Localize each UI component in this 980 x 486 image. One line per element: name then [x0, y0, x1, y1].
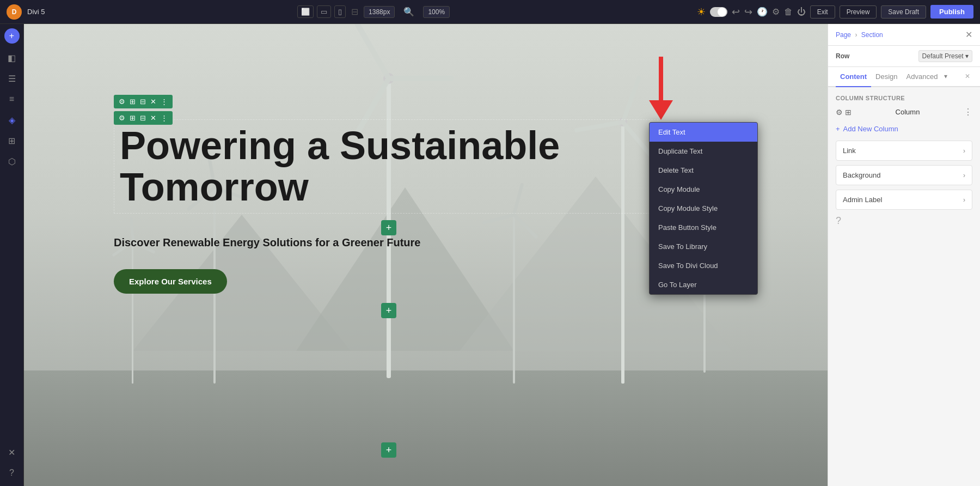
- red-arrow-indicator: [650, 57, 672, 122]
- mobile-view-button[interactable]: ▯: [334, 5, 346, 18]
- layers-icon[interactable]: ◧: [3, 49, 21, 66]
- close-panel-icon[interactable]: ✕: [965, 29, 972, 40]
- preset-dropdown[interactable]: Default Preset ▾: [918, 50, 972, 62]
- trash-icon[interactable]: 🗑: [784, 7, 793, 17]
- row-label: Row: [836, 52, 849, 60]
- device-controls: ⬜ ▭ ▯ ⊟ 1388px: [297, 5, 395, 18]
- column-row: ⚙ ⊞ Column ⋮: [836, 107, 972, 117]
- link-section-title: Link: [843, 147, 856, 155]
- svg-rect-23: [132, 242, 133, 384]
- panel-options-icon[interactable]: ✕: [963, 67, 972, 86]
- add-section-button-bottom[interactable]: +: [381, 442, 396, 458]
- admin-label-section-title: Admin Label: [843, 196, 882, 204]
- hero-subtext: Discover Renewable Energy Solutions for …: [114, 236, 421, 249]
- module-toolbar[interactable]: ⚙ ⊞ ⊟ ✕ ⋮: [114, 111, 173, 125]
- breadcrumb-page[interactable]: Page: [836, 31, 851, 39]
- settings-sidebar-icon[interactable]: ≡: [3, 90, 21, 108]
- context-copy-module-style[interactable]: Copy Module Style: [650, 199, 757, 218]
- context-go-to-layer[interactable]: Go To Layer: [650, 275, 757, 294]
- left-sidebar: + ◧ ☰ ≡ ◈ ⊞ ⬡ ✕ ?: [0, 24, 24, 486]
- add-module-button-center[interactable]: +: [381, 303, 396, 318]
- undo-icon[interactable]: ↩: [732, 6, 740, 18]
- row-toolbar[interactable]: ⚙ ⊞ ⊟ ✕ ⋮: [114, 95, 173, 108]
- zoom-display[interactable]: 100%: [423, 6, 450, 18]
- settings-icon[interactable]: ⚙: [772, 7, 780, 17]
- breadcrumb-section[interactable]: Section: [861, 31, 883, 39]
- topbar: D Divi 5 ⬜ ▭ ▯ ⊟ 1388px 🔍 100% ☀ ↩ ↪ 🕐 ⚙…: [0, 0, 980, 24]
- row-settings-icon[interactable]: ⚙: [117, 97, 127, 106]
- link-section-header[interactable]: Link ›: [836, 141, 972, 160]
- redo-icon[interactable]: ↪: [744, 6, 752, 18]
- right-panel-tabs: Content Design Advanced ▾ ✕: [828, 67, 980, 87]
- hero-cta-button[interactable]: Explore Our Services: [114, 269, 227, 294]
- tab-advanced[interactable]: Advanced: [902, 67, 942, 87]
- admin-label-section-arrow: ›: [963, 196, 965, 204]
- modules-icon[interactable]: ⊞: [3, 132, 21, 149]
- column-duplicate-icon[interactable]: ⊞: [845, 108, 852, 117]
- row-duplicate-icon[interactable]: ⊞: [128, 97, 137, 106]
- background-section-header[interactable]: Background ›: [836, 166, 972, 185]
- arrow-line: [659, 57, 663, 100]
- history-icon[interactable]: 🕐: [757, 7, 768, 17]
- right-panel-content: Column Structure ⚙ ⊞ Column ⋮ + Add New …: [828, 87, 980, 486]
- breadcrumb: Page › Section: [836, 31, 883, 39]
- svg-rect-19: [513, 215, 515, 384]
- tablet-view-button[interactable]: ▭: [317, 5, 331, 18]
- context-save-divi-cloud[interactable]: Save To Divi Cloud: [650, 256, 757, 275]
- col-icon-bar: ⚙ ⊞: [836, 108, 852, 117]
- link-section: Link ›: [836, 141, 972, 161]
- sun-icon[interactable]: ☀: [697, 6, 706, 18]
- column-structure-label: Column Structure: [836, 95, 972, 101]
- tools-icon[interactable]: ✕: [3, 444, 21, 461]
- column-more-icon[interactable]: ⋮: [964, 107, 972, 117]
- row-preset-row: Row Default Preset ▾: [828, 46, 980, 67]
- module-duplicate-icon[interactable]: ⊞: [128, 113, 137, 123]
- exit-button[interactable]: Exit: [810, 5, 835, 19]
- admin-label-section: Admin Label ›: [836, 190, 972, 210]
- publish-button[interactable]: Publish: [930, 5, 973, 19]
- canvas-area: ⚙ ⊞ ⊟ ✕ ⋮ ⚙ ⊞ ⊟ ✕ ⋮ Powering a Sustainab…: [24, 24, 828, 486]
- admin-label-section-header[interactable]: Admin Label ›: [836, 190, 972, 209]
- background-section: Background ›: [836, 165, 972, 185]
- context-paste-button-style[interactable]: Paste Button Style: [650, 218, 757, 237]
- row-more-icon[interactable]: ⋮: [159, 97, 169, 106]
- pages-icon[interactable]: ☰: [3, 70, 21, 87]
- design-icon[interactable]: ◈: [3, 111, 21, 129]
- context-edit-text[interactable]: Edit Text: [650, 123, 757, 142]
- save-draft-button[interactable]: Save Draft: [881, 5, 926, 19]
- svg-rect-8: [389, 76, 454, 81]
- right-panel: Page › Section ✕ Row Default Preset ▾ Co…: [828, 24, 980, 486]
- help-sidebar-icon[interactable]: ?: [3, 464, 21, 482]
- module-more-icon[interactable]: ⋮: [159, 113, 169, 123]
- main-layout: + ◧ ☰ ≡ ◈ ⊞ ⬡ ✕ ?: [0, 24, 980, 486]
- tab-content[interactable]: Content: [836, 67, 871, 87]
- add-column-button[interactable]: + Add New Column: [836, 125, 972, 133]
- module-settings-icon[interactable]: ⚙: [117, 113, 127, 123]
- row-delete-icon[interactable]: ✕: [149, 97, 158, 106]
- theme-toggle[interactable]: [710, 7, 727, 17]
- add-row-button-center[interactable]: +: [381, 220, 396, 235]
- context-copy-module[interactable]: Copy Module: [650, 180, 757, 199]
- link-section-arrow: ›: [963, 147, 965, 155]
- context-duplicate-text[interactable]: Duplicate Text: [650, 142, 757, 161]
- tab-design[interactable]: Design: [871, 67, 902, 87]
- module-delete-icon[interactable]: ✕: [149, 113, 158, 123]
- context-save-library[interactable]: Save To Library: [650, 237, 757, 256]
- column-gear-icon[interactable]: ⚙: [836, 108, 843, 117]
- desktop-view-button[interactable]: ⬜: [297, 5, 314, 18]
- help-icon[interactable]: ?: [836, 215, 972, 227]
- library-icon[interactable]: ⬡: [3, 153, 21, 170]
- app-icon: D: [7, 4, 22, 20]
- add-element-button[interactable]: +: [4, 28, 20, 44]
- tabs-more-arrow[interactable]: ▾: [942, 67, 950, 86]
- app-title: Divi 5: [27, 8, 45, 16]
- width-display[interactable]: 1388px: [364, 6, 395, 18]
- row-column-icon[interactable]: ⊟: [138, 97, 148, 106]
- column-label: Column: [896, 108, 920, 116]
- context-delete-text[interactable]: Delete Text: [650, 161, 757, 180]
- right-panel-header: Page › Section ✕: [828, 24, 980, 46]
- preview-button[interactable]: Preview: [840, 5, 877, 19]
- power-icon[interactable]: ⏻: [797, 7, 806, 17]
- module-move-icon[interactable]: ⊟: [138, 113, 148, 123]
- context-menu: Edit Text Duplicate Text Delete Text Cop…: [649, 122, 758, 295]
